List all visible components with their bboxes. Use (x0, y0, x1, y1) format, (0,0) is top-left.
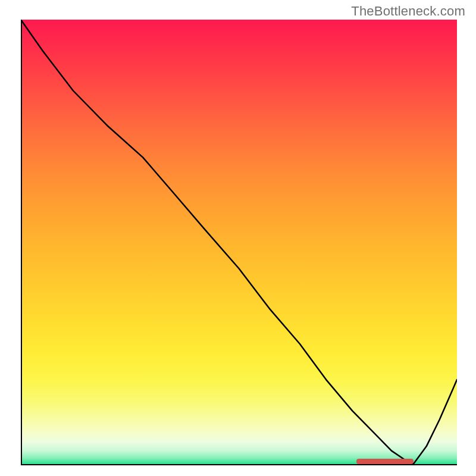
optimum-marker (356, 459, 413, 464)
y-axis (21, 20, 22, 464)
plot-area (21, 20, 457, 464)
watermark-text: TheBottleneck.com (351, 4, 465, 19)
x-axis (21, 464, 457, 465)
line-curve (21, 20, 457, 464)
